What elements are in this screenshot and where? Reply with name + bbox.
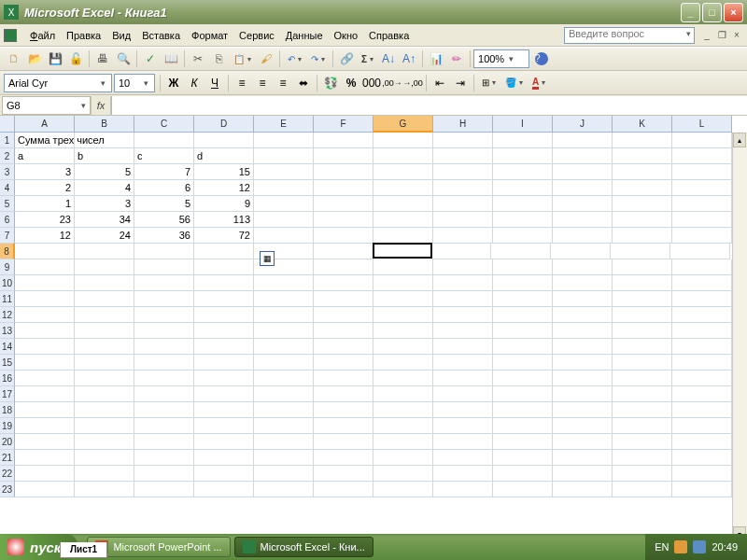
cell-E10[interactable] bbox=[254, 275, 314, 291]
cell-B12[interactable] bbox=[75, 307, 134, 323]
cell-A14[interactable] bbox=[15, 339, 75, 355]
row-header-22[interactable]: 22 bbox=[0, 466, 15, 482]
doc-close-button[interactable]: × bbox=[730, 29, 743, 42]
cell-E4[interactable] bbox=[254, 180, 314, 196]
cell-A7[interactable]: 12 bbox=[15, 228, 75, 244]
cell-E13[interactable] bbox=[254, 323, 314, 339]
cell-J14[interactable] bbox=[553, 339, 613, 355]
cell-H13[interactable] bbox=[433, 323, 493, 339]
cell-D11[interactable] bbox=[194, 291, 254, 307]
cell-A13[interactable] bbox=[15, 323, 75, 339]
cell-D4[interactable]: 12 bbox=[194, 180, 254, 196]
cell-L4[interactable] bbox=[672, 180, 732, 196]
menu-edit[interactable]: Правка bbox=[61, 28, 106, 43]
cell-G2[interactable] bbox=[374, 148, 433, 164]
cell-G5[interactable] bbox=[374, 196, 433, 212]
cell-J13[interactable] bbox=[553, 323, 613, 339]
cell-K10[interactable] bbox=[613, 275, 672, 291]
cell-F15[interactable] bbox=[314, 355, 374, 371]
cell-L20[interactable] bbox=[672, 434, 732, 450]
row-header-23[interactable]: 23 bbox=[0, 482, 15, 497]
question-box[interactable]: Введите вопрос bbox=[564, 27, 695, 44]
cell-I20[interactable] bbox=[493, 434, 553, 450]
cell-I2[interactable] bbox=[493, 148, 553, 164]
increase-decimal-button[interactable]: ,00→ bbox=[382, 73, 402, 93]
column-header-B[interactable]: B bbox=[75, 116, 134, 133]
column-header-A[interactable]: A bbox=[15, 116, 75, 133]
align-left-button[interactable]: ≡ bbox=[232, 73, 252, 93]
cell-G9[interactable] bbox=[374, 259, 433, 275]
cell-J20[interactable] bbox=[553, 434, 613, 450]
cell-J23[interactable] bbox=[553, 482, 613, 497]
cell-B1[interactable] bbox=[75, 133, 134, 148]
cell-G18[interactable] bbox=[374, 402, 433, 418]
paste-button[interactable]: 📋▾ bbox=[229, 49, 256, 69]
row-header-14[interactable]: 14 bbox=[0, 339, 15, 355]
cell-E20[interactable] bbox=[254, 434, 314, 450]
cell-L5[interactable] bbox=[672, 196, 732, 212]
column-header-C[interactable]: C bbox=[134, 116, 194, 133]
cell-L18[interactable] bbox=[672, 402, 732, 418]
cell-J1[interactable] bbox=[553, 133, 613, 148]
cell-A23[interactable] bbox=[15, 482, 75, 497]
cell-C8[interactable] bbox=[134, 244, 194, 259]
cell-F6[interactable] bbox=[314, 212, 374, 228]
cell-F3[interactable] bbox=[314, 164, 374, 180]
cell-B15[interactable] bbox=[75, 355, 134, 371]
cell-K2[interactable] bbox=[613, 148, 672, 164]
cell-H19[interactable] bbox=[433, 418, 493, 434]
cell-D6[interactable]: 113 bbox=[194, 212, 254, 228]
cell-D14[interactable] bbox=[194, 339, 254, 355]
cell-I21[interactable] bbox=[493, 450, 553, 466]
cell-K15[interactable] bbox=[613, 355, 672, 371]
cell-C21[interactable] bbox=[134, 450, 194, 466]
row-header-15[interactable]: 15 bbox=[0, 355, 15, 371]
font-name-combo[interactable]: Arial Cyr▾ bbox=[4, 74, 112, 92]
cell-C7[interactable]: 36 bbox=[134, 228, 194, 244]
cell-C18[interactable] bbox=[134, 402, 194, 418]
cell-K13[interactable] bbox=[613, 323, 672, 339]
cell-E2[interactable] bbox=[254, 148, 314, 164]
cell-K1[interactable] bbox=[613, 133, 672, 148]
cell-J21[interactable] bbox=[553, 450, 613, 466]
cell-B5[interactable]: 3 bbox=[75, 196, 134, 212]
menu-insert[interactable]: Вставка bbox=[136, 28, 186, 43]
cell-L19[interactable] bbox=[672, 418, 732, 434]
cell-I6[interactable] bbox=[493, 212, 553, 228]
cell-J11[interactable] bbox=[553, 291, 613, 307]
cell-C13[interactable] bbox=[134, 323, 194, 339]
spelling-button[interactable]: ✓ bbox=[140, 49, 161, 69]
cell-E18[interactable] bbox=[254, 402, 314, 418]
row-header-7[interactable]: 7 bbox=[0, 228, 15, 244]
cell-L7[interactable] bbox=[672, 228, 732, 244]
cell-L17[interactable] bbox=[672, 386, 732, 402]
minimize-button[interactable]: _ bbox=[681, 3, 700, 22]
cell-A8[interactable] bbox=[15, 244, 75, 259]
cell-A2[interactable]: a bbox=[15, 148, 75, 164]
cell-F2[interactable] bbox=[314, 148, 374, 164]
cell-H15[interactable] bbox=[433, 355, 493, 371]
cell-H20[interactable] bbox=[433, 434, 493, 450]
cell-D20[interactable] bbox=[194, 434, 254, 450]
cell-G20[interactable] bbox=[374, 434, 433, 450]
font-color-button[interactable]: A▾ bbox=[528, 73, 550, 93]
cell-D22[interactable] bbox=[194, 466, 254, 482]
row-header-9[interactable]: 9 bbox=[0, 259, 15, 275]
cell-L3[interactable] bbox=[672, 164, 732, 180]
cell-B8[interactable] bbox=[75, 244, 134, 259]
cell-F17[interactable] bbox=[314, 386, 374, 402]
cell-F4[interactable] bbox=[314, 180, 374, 196]
menu-help[interactable]: Справка bbox=[363, 28, 415, 43]
cell-B20[interactable] bbox=[75, 434, 134, 450]
maximize-button[interactable]: □ bbox=[702, 3, 722, 22]
fill-color-button[interactable]: 🪣▾ bbox=[500, 73, 528, 93]
cell-H1[interactable] bbox=[433, 133, 493, 148]
cell-J22[interactable] bbox=[553, 466, 613, 482]
cell-J4[interactable] bbox=[553, 180, 613, 196]
insert-function-button[interactable]: fx bbox=[91, 96, 111, 115]
cell-K18[interactable] bbox=[613, 402, 672, 418]
cell-K11[interactable] bbox=[613, 291, 672, 307]
cell-E12[interactable] bbox=[254, 307, 314, 323]
cell-E22[interactable] bbox=[254, 466, 314, 482]
cell-J9[interactable] bbox=[553, 259, 613, 275]
